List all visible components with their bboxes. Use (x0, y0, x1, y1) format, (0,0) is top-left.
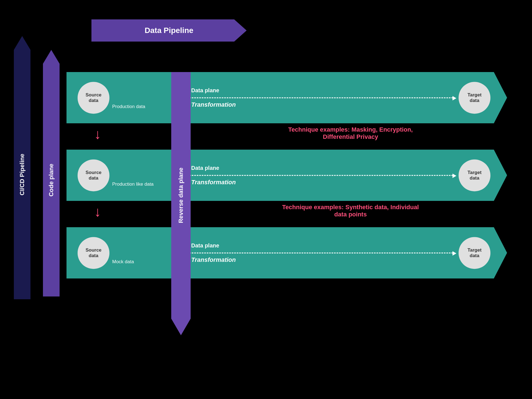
target-circle-2: Targetdata (459, 159, 490, 191)
target-circle-1: Targetdata (459, 82, 490, 114)
code-plane-label: Code plane (48, 164, 55, 197)
cicd-label: CI/CD Pipeline (19, 154, 26, 195)
technique-text-1: Technique examples: Masking, Encryption,… (194, 126, 507, 140)
prod-label-3: Mock data (112, 259, 134, 265)
source-circle-2: Sourcedata (78, 159, 109, 191)
source-circle-3: Sourcedata (78, 237, 109, 269)
dashed-line-2 (184, 175, 453, 176)
diagram-container: CI/CD Pipeline Code plane Data Pipeline … (0, 0, 532, 399)
data-pipeline-label: Data Pipeline (145, 26, 193, 35)
transformation-label-2: Transformation (191, 179, 236, 186)
dashed-line-3 (184, 252, 453, 253)
down-arrow-2: ↓ (94, 204, 101, 220)
data-pipeline-arrow: Data Pipeline (91, 19, 247, 42)
prod-label-1: Production data (112, 104, 145, 109)
row-1: Sourcedata Production data Data plane Tr… (66, 72, 507, 123)
transformation-label-3: Transformation (191, 256, 236, 264)
technique-text-2: Technique examples: Synthetic data, Indi… (194, 204, 507, 218)
target-circle-3: Targetdata (459, 237, 490, 269)
data-plane-label-3: Data plane (191, 242, 219, 249)
dashed-line-1 (184, 97, 453, 98)
data-plane-label-2: Data plane (191, 165, 219, 171)
prod-label-2: Production like data (112, 181, 154, 187)
data-plane-label-1: Data plane (191, 87, 219, 94)
code-plane-arrow: Code plane (43, 64, 60, 296)
reverse-data-plane-arrow: Reverse data plane (171, 72, 191, 319)
row-2: Sourcedata Production like data Data pla… (66, 150, 507, 201)
down-arrow-1: ↓ (94, 126, 101, 142)
transformation-label-1: Transformation (191, 101, 236, 108)
cicd-pipeline-arrow: CI/CD Pipeline (14, 50, 30, 299)
row-3: Sourcedata Mock data Data plane Transfor… (66, 227, 507, 278)
reverse-data-plane-label: Reverse data plane (177, 168, 185, 223)
source-circle-1: Sourcedata (78, 82, 109, 114)
